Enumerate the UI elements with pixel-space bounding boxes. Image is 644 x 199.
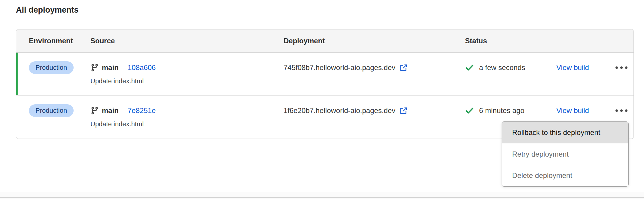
success-check-icon	[465, 63, 474, 72]
column-header-environment: Environment	[29, 37, 73, 45]
commit-hash-link[interactable]: 108a606	[128, 63, 156, 72]
deployment-context-menu: Rollback to this deployment Retry deploy…	[502, 121, 629, 187]
environment-badge: Production	[29, 61, 74, 74]
external-link-icon[interactable]	[399, 107, 408, 115]
ellipsis-icon	[615, 66, 627, 69]
status-time: 6 minutes ago	[479, 106, 524, 115]
page-bottom-divider	[0, 197, 644, 198]
column-header-status: Status	[465, 37, 487, 45]
table-header-row: Environment Source Deployment Status	[16, 29, 633, 53]
deployment-url: 1f6e20b7.helloworld-aio.pages.dev	[284, 106, 395, 115]
branch-name: main	[102, 63, 119, 72]
column-header-deployment: Deployment	[284, 37, 325, 45]
column-header-source: Source	[90, 37, 115, 45]
deployment-cell: 745f08b7.helloworld-aio.pages.dev	[284, 61, 408, 74]
page-title: All deployments	[16, 5, 79, 15]
branch-name: main	[102, 106, 119, 115]
status-cell: a few seconds	[465, 61, 525, 74]
source-cell: main 108a606	[90, 61, 156, 74]
environment-badge: Production	[29, 104, 74, 117]
row-actions-menu-button[interactable]	[611, 104, 632, 117]
environment-cell: Production	[29, 104, 74, 117]
deployment-cell: 1f6e20b7.helloworld-aio.pages.dev	[284, 104, 408, 117]
source-cell: main 7e8251e	[90, 104, 156, 117]
git-branch-icon	[90, 63, 99, 72]
deployments-page: All deployments Environment Source Deplo…	[0, 0, 644, 199]
commit-hash-link[interactable]: 7e8251e	[128, 106, 156, 115]
deployment-row-current: Production main 108a606 Update index.htm…	[16, 53, 633, 96]
view-build-cell: View build	[556, 61, 589, 74]
menu-item-delete[interactable]: Delete deployment	[502, 165, 628, 186]
environment-cell: Production	[29, 61, 74, 74]
deployment-url: 745f08b7.helloworld-aio.pages.dev	[284, 63, 395, 72]
status-time: a few seconds	[479, 63, 525, 72]
status-cell: 6 minutes ago	[465, 104, 524, 117]
git-branch-icon	[90, 106, 99, 115]
commit-message: Update index.html	[90, 120, 144, 128]
current-deployment-indicator-bar	[16, 53, 18, 95]
ellipsis-icon	[615, 109, 627, 112]
view-build-link[interactable]: View build	[556, 106, 589, 115]
external-link-icon[interactable]	[399, 64, 408, 72]
success-check-icon	[465, 106, 474, 115]
view-build-cell: View build	[556, 104, 589, 117]
menu-item-retry[interactable]: Retry deployment	[502, 143, 628, 165]
menu-item-rollback[interactable]: Rollback to this deployment	[502, 122, 628, 143]
row-actions-menu-button[interactable]	[611, 61, 632, 74]
commit-message: Update index.html	[90, 77, 144, 85]
view-build-link[interactable]: View build	[556, 63, 589, 72]
